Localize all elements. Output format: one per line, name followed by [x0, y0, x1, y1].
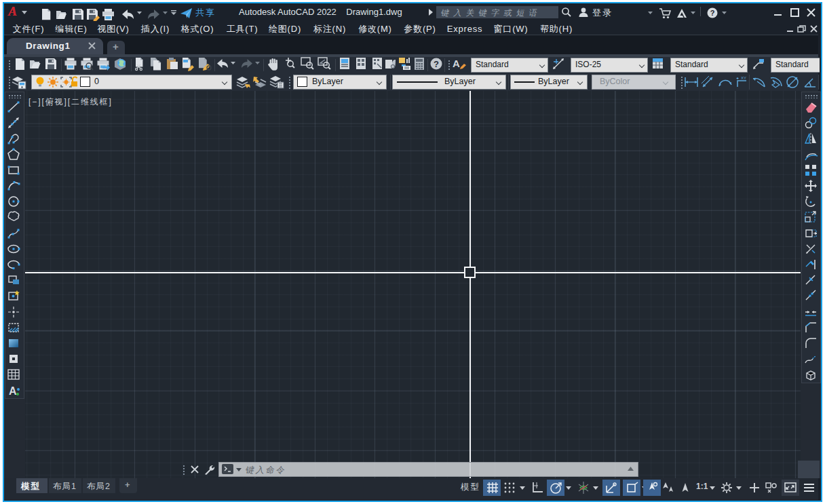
svg-text:A: A	[9, 385, 17, 397]
svg-text:A: A	[453, 58, 460, 69]
svg-text:XY: XY	[741, 76, 746, 80]
svg-text:?: ?	[434, 59, 439, 69]
svg-text:?: ?	[710, 9, 715, 17]
